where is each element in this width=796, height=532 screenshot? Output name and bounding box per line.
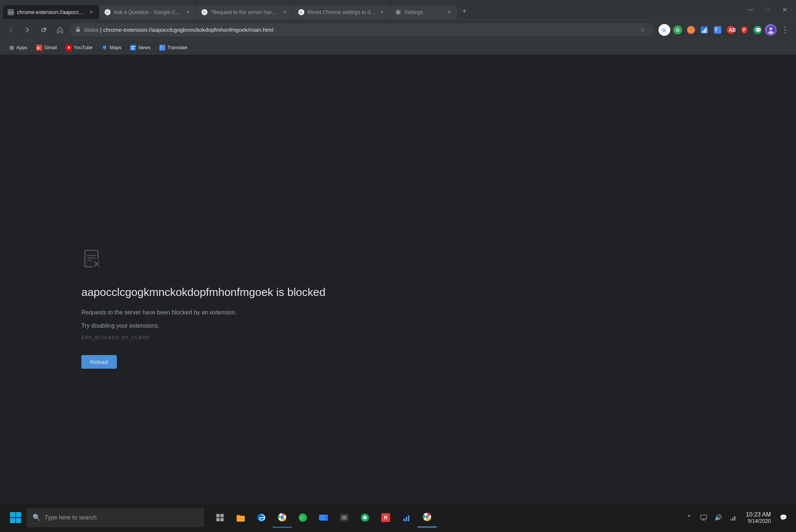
back-button[interactable]	[4, 23, 18, 37]
edge-browser-taskbar-icon[interactable]	[251, 508, 271, 528]
volume-icon[interactable]: 🔊	[712, 511, 725, 524]
svg-rect-57	[220, 518, 224, 521]
taskbar-search[interactable]: 🔍 Type here to search	[27, 508, 204, 527]
bookmark-gmail[interactable]: M Gmail	[33, 43, 61, 52]
wechat-extension-icon[interactable]: 💬	[752, 24, 763, 36]
taskbar-search-icon: 🔍	[33, 514, 41, 522]
media-taskbar-icon[interactable]	[334, 508, 354, 528]
taskbar-search-placeholder: Type here to search	[44, 514, 96, 521]
url-text: Slides | chrome-extension://aapocclcgogk…	[84, 27, 634, 33]
new-tab-button[interactable]: +	[458, 4, 471, 18]
notification-button[interactable]: 💬	[777, 511, 790, 524]
chrome-menu-button[interactable]: ⋮	[778, 23, 792, 37]
tab-5-favicon: ⚙	[395, 9, 402, 16]
svg-text:♪: ♪	[301, 515, 303, 521]
bookmark-maps[interactable]: Maps	[98, 43, 125, 52]
tab-4-close[interactable]: ✕	[379, 9, 385, 16]
browser-icon[interactable]	[685, 24, 697, 36]
tab-1-favicon: ext	[7, 9, 14, 16]
start-button[interactable]	[6, 508, 25, 527]
tab-3[interactable]: G "Request to the server have be... ✕	[197, 5, 293, 19]
svg-text:G: G	[662, 28, 665, 33]
reload-button[interactable]	[37, 23, 50, 37]
svg-point-62	[280, 515, 284, 519]
svg-text:💬: 💬	[755, 27, 762, 33]
bookmark-apps[interactable]: ⊞ Apps	[6, 43, 31, 52]
tab-5-close[interactable]: ✕	[446, 9, 453, 16]
tab-4[interactable]: G Reset Chrome settings to defau... ✕	[294, 5, 390, 19]
green-app-taskbar-icon[interactable]	[355, 508, 375, 528]
svg-text:T: T	[160, 46, 162, 50]
svg-text:P: P	[743, 28, 745, 32]
maximize-button[interactable]: □	[759, 4, 776, 16]
network-icon[interactable]	[726, 511, 740, 524]
url-separator: |	[100, 27, 103, 33]
display-icon[interactable]	[697, 511, 710, 524]
svg-rect-75	[403, 519, 405, 521]
address-bar: Slides | chrome-extension://aapocclcgogk…	[0, 19, 796, 40]
task-view-button[interactable]	[210, 508, 230, 528]
svg-text:G: G	[106, 10, 109, 14]
adblock-extension-icon[interactable]: AB	[725, 24, 737, 36]
chrome-taskbar-icon[interactable]	[272, 508, 292, 528]
svg-rect-80	[701, 515, 707, 519]
tab-2[interactable]: G Ask a Question - Google Chrom... ✕	[100, 5, 196, 19]
analytics-taskbar-icon[interactable]	[396, 508, 416, 528]
forward-button[interactable]	[21, 23, 34, 37]
bookmark-youtube[interactable]: YouTube	[62, 43, 96, 52]
svg-text:G: G	[203, 10, 206, 14]
url-bar[interactable]: Slides | chrome-extension://aapocclcgogk…	[70, 23, 654, 37]
chrome-active-taskbar-icon[interactable]	[417, 508, 437, 528]
analytics-extension-icon[interactable]	[698, 24, 710, 36]
svg-rect-56	[216, 518, 220, 521]
svg-rect-55	[220, 514, 224, 517]
red-app-taskbar-icon[interactable]: R	[376, 508, 396, 528]
svg-rect-51	[16, 512, 21, 517]
error-heading: aapocclcgogkmnckokdopfmhonfmgoek is bloc…	[81, 285, 325, 299]
close-button[interactable]: ✕	[776, 4, 793, 16]
file-explorer-taskbar-icon[interactable]	[231, 508, 251, 528]
bookmark-translate-label: Translate	[167, 45, 187, 50]
privacy-extension-icon[interactable]: P	[738, 24, 750, 36]
svg-rect-39	[131, 48, 134, 48]
google-accounts-extension-icon[interactable]: G	[658, 24, 670, 36]
url-actions: ☆	[637, 24, 648, 35]
minimize-button[interactable]: —	[742, 4, 759, 16]
svg-rect-85	[734, 516, 735, 521]
reload-button[interactable]: Reload	[81, 355, 117, 369]
tab-2-title: Ask a Question - Google Chrom...	[114, 9, 182, 15]
svg-text:ext: ext	[9, 11, 14, 14]
zoom-taskbar-icon[interactable]	[314, 508, 333, 528]
chevron-up-icon[interactable]: ⌃	[682, 511, 695, 524]
tab-3-close[interactable]: ✕	[282, 9, 288, 16]
bookmark-news[interactable]: News	[126, 43, 154, 52]
home-button[interactable]	[53, 23, 67, 37]
svg-text:⚙: ⚙	[397, 11, 400, 14]
tab-3-favicon: G	[201, 9, 208, 16]
clock-time: 10:23 AM	[746, 511, 771, 518]
tab-5-title: Settings	[404, 9, 443, 15]
tab-5[interactable]: ⚙ Settings ✕	[390, 5, 457, 19]
url-path: chrome-extension://aapocclcgogkmnckokdop…	[103, 27, 273, 33]
bookmark-translate[interactable]: T Translate	[156, 43, 191, 52]
taskbar-system-tray: ⌃ 🔊 10:23 AM 5/14/2020 💬	[682, 511, 790, 524]
title-bar: ext chrome-extension://aapocclcgo... ✕ G…	[0, 0, 796, 19]
tab-2-close[interactable]: ✕	[185, 9, 192, 16]
tab-3-title: "Request to the server have be...	[211, 9, 279, 15]
svg-point-79	[426, 515, 429, 518]
google-extension-icon[interactable]: G	[672, 24, 684, 36]
tab-1-close[interactable]: ✕	[88, 9, 95, 16]
music-taskbar-icon[interactable]: ♪	[293, 508, 313, 528]
svg-text:M: M	[37, 46, 40, 50]
bookmark-apps-label: Apps	[16, 45, 27, 50]
tab-1[interactable]: ext chrome-extension://aapocclcgo... ✕	[3, 5, 99, 19]
svg-rect-59	[237, 515, 240, 516]
bookmark-star-button[interactable]: ☆	[637, 24, 648, 35]
svg-rect-77	[408, 515, 409, 521]
svg-rect-10	[76, 29, 80, 32]
profile-extension-icon[interactable]	[765, 24, 777, 36]
svg-point-17	[690, 28, 692, 31]
system-clock[interactable]: 10:23 AM 5/14/2020	[741, 511, 775, 524]
translate-extension-icon[interactable]: T	[712, 24, 724, 36]
svg-text:G: G	[299, 10, 303, 14]
